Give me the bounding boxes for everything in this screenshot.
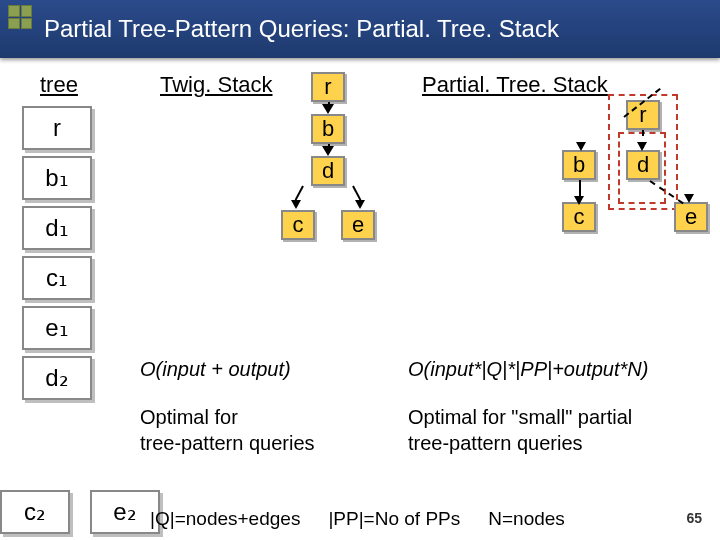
seq-node-c1: c₁ xyxy=(22,256,92,300)
pts-complexity: O(input*|Q|*|PP|+output*N) xyxy=(408,358,648,381)
bottom-pair: c₂ e₂ xyxy=(0,490,160,534)
rnode-d: d xyxy=(626,150,660,180)
arrow-down-icon xyxy=(322,104,334,114)
seq-node-r: r xyxy=(22,106,92,150)
pts-optimal-line2: tree-pattern queries xyxy=(408,432,583,455)
center-tree: r b d c e xyxy=(268,72,388,240)
def-n: N=nodes xyxy=(488,508,565,530)
slide-number: 65 xyxy=(686,510,702,526)
rnode-e: e xyxy=(674,202,708,232)
def-q: |Q|=nodes+edges xyxy=(150,508,300,530)
seq-node-b1: b₁ xyxy=(22,156,92,200)
title-bar: Partial Tree-Pattern Queries: Partial. T… xyxy=(0,0,720,58)
twig-optimal-line2: tree-pattern queries xyxy=(140,432,315,455)
node-b: b xyxy=(311,114,345,144)
node-c: c xyxy=(281,210,315,240)
partialtreestack-heading: Partial. Tree. Stack xyxy=(422,72,608,98)
tree-sequence: tree r b₁ d₁ c₁ e₁ d₂ xyxy=(22,58,92,406)
tree-label: tree xyxy=(40,72,92,98)
seq-node-c2: c₂ xyxy=(0,490,70,534)
seq-node-d1: d₁ xyxy=(22,206,92,250)
node-e: e xyxy=(341,210,375,240)
node-r: r xyxy=(311,72,345,102)
rnode-c: c xyxy=(562,202,596,232)
twig-complexity: O(input + output) xyxy=(140,358,291,381)
twig-optimal-line1: Optimal for xyxy=(140,406,238,429)
node-d: d xyxy=(311,156,345,186)
footer-definitions: |Q|=nodes+edges |PP|=No of PPs N=nodes xyxy=(150,508,565,530)
title-ornament xyxy=(8,5,32,29)
rnode-r: r xyxy=(626,100,660,130)
arrow-down-icon xyxy=(322,146,334,156)
partial-tree-schematic: r b d c e xyxy=(506,98,706,258)
seq-node-e1: e₁ xyxy=(22,306,92,350)
rnode-b: b xyxy=(562,150,596,180)
twigstack-heading: Twig. Stack xyxy=(160,72,272,98)
seq-node-d2: d₂ xyxy=(22,356,92,400)
slide-title: Partial Tree-Pattern Queries: Partial. T… xyxy=(44,15,559,43)
pts-optimal-line1: Optimal for "small" partial xyxy=(408,406,632,429)
def-pp: |PP|=No of PPs xyxy=(328,508,460,530)
